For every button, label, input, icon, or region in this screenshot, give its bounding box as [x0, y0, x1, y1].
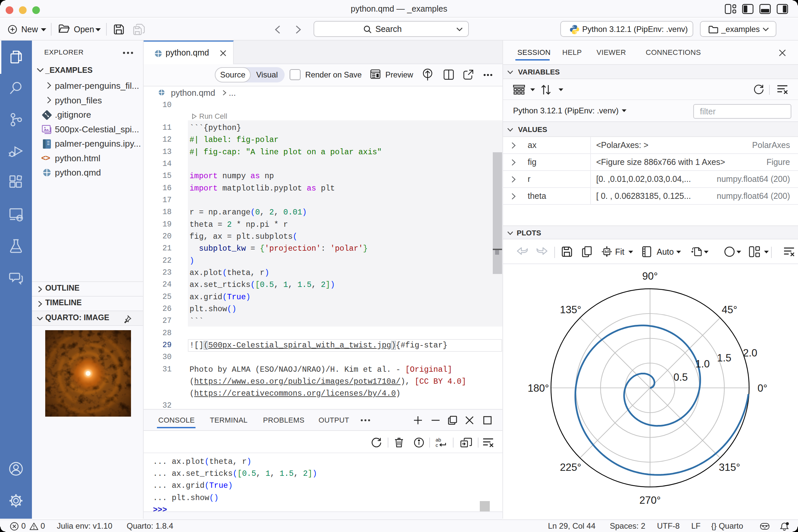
svg-text:270°: 270°	[640, 494, 661, 506]
svg-text:2.0: 2.0	[743, 347, 757, 359]
svg-text:1.5: 1.5	[717, 352, 731, 364]
svg-text:0.5: 0.5	[673, 372, 688, 383]
svg-text:180°: 180°	[528, 382, 549, 394]
svg-text:315°: 315°	[719, 461, 740, 473]
svg-text:225°: 225°	[560, 461, 581, 473]
svg-text:1.0: 1.0	[695, 358, 709, 370]
svg-text:0°: 0°	[757, 382, 767, 394]
svg-text:45°: 45°	[722, 304, 738, 316]
svg-text:c: c	[436, 442, 438, 448]
svg-text:90°: 90°	[642, 270, 658, 282]
svg-text:ab: ab	[436, 437, 441, 442]
svg-text:135°: 135°	[560, 304, 581, 316]
